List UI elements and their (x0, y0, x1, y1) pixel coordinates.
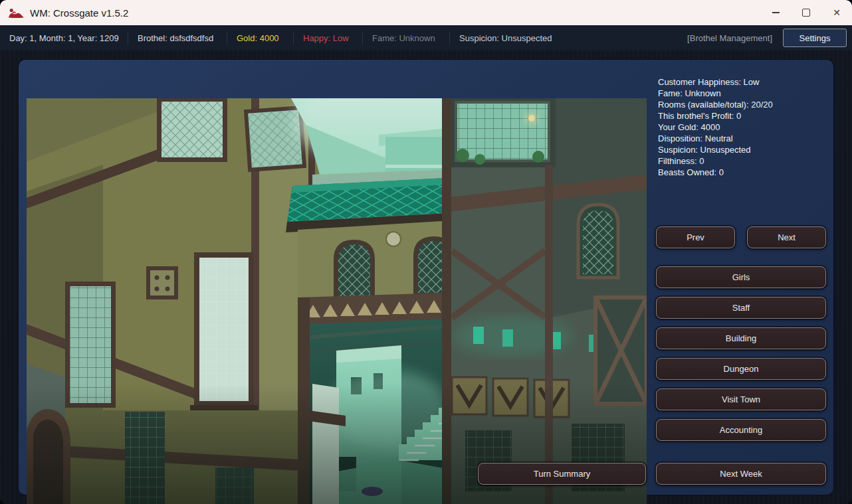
stat-fame: Fame: Unknown (658, 88, 831, 99)
stat-filthiness: Filthiness: 0 (658, 155, 831, 167)
app-reclining-figure-icon (7, 6, 25, 19)
settings-button[interactable]: Settings (783, 29, 847, 47)
maximize-icon (802, 9, 810, 17)
status-divider (227, 31, 227, 44)
status-divider (362, 31, 363, 44)
girls-button[interactable]: Girls (656, 266, 826, 288)
window-title: WM: Crossgate v1.5.2 (30, 7, 128, 19)
app-window: WM: Crossgate v1.5.2 ✕ Day: 1, Month: 1,… (0, 0, 852, 504)
next-button[interactable]: Next (747, 226, 826, 248)
stat-suspicion: Suspicion: Unsuspected (658, 144, 831, 155)
screen-mode-label: [Brothel Management] (687, 33, 772, 43)
status-suspicion: Suspicion: Unsuspected (459, 33, 552, 43)
city-street-artwork (27, 98, 647, 504)
accounting-button[interactable]: Accounting (656, 419, 826, 441)
visit-town-button[interactable]: Visit Town (656, 388, 826, 410)
status-happiness: Happy: Low (303, 33, 349, 43)
stat-disposition: Disposition: Neutral (658, 133, 831, 144)
next-week-button[interactable]: Next Week (656, 463, 826, 485)
titlebar[interactable]: WM: Crossgate v1.5.2 ✕ (0, 0, 852, 25)
status-divider (128, 31, 128, 44)
status-gold: Gold: 4000 (237, 33, 279, 43)
brothel-stats-panel: Customer Happiness: Low Fame: Unknown Ro… (658, 76, 831, 178)
status-fame: Fame: Unknown (372, 33, 435, 43)
maximize-button[interactable] (791, 0, 821, 25)
stat-profit: This brothel's Profit: 0 (658, 110, 831, 122)
close-button[interactable]: ✕ (821, 0, 852, 25)
window-controls: ✕ (760, 0, 852, 25)
minimize-icon (772, 12, 780, 13)
close-icon: ✕ (833, 8, 841, 17)
status-brothel: Brothel: dsfsdfsdfsd (138, 33, 213, 43)
status-divider (293, 31, 294, 44)
city-street-scene (27, 98, 647, 504)
stat-beasts: Beasts Owned: 0 (658, 167, 831, 178)
dungeon-button[interactable]: Dungeon (656, 358, 826, 380)
status-divider (449, 31, 450, 44)
stat-customer-happiness: Customer Happiness: Low (658, 76, 831, 88)
status-bar: Day: 1, Month: 1, Year: 1209 Brothel: ds… (0, 25, 852, 51)
minimize-button[interactable] (760, 0, 791, 25)
staff-button[interactable]: Staff (656, 297, 826, 319)
stat-gold: Your Gold: 4000 (658, 122, 831, 133)
status-date: Day: 1, Month: 1, Year: 1209 (9, 33, 119, 43)
stat-rooms: Rooms (available/total): 20/20 (658, 99, 831, 110)
prev-button[interactable]: Prev (656, 226, 735, 248)
turn-summary-button[interactable]: Turn Summary (478, 463, 646, 485)
building-button[interactable]: Building (656, 327, 826, 349)
